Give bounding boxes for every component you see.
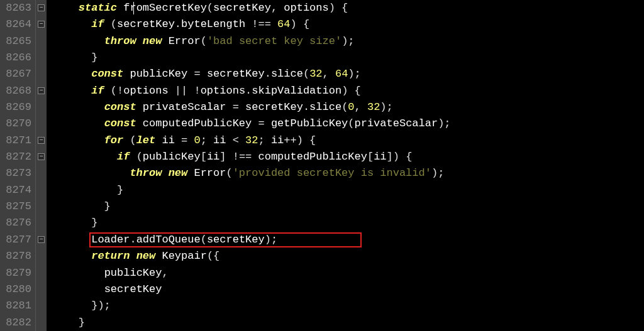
token-fn: Error [194,167,226,179]
token-id: options [284,2,328,14]
fold-marker-icon[interactable]: − [38,137,45,144]
token-kw: const [104,101,136,113]
token-op: = [175,134,194,146]
fold-marker-icon[interactable]: − [38,236,45,243]
token-fn: slice [271,68,303,80]
token-op: ] !== [219,151,258,163]
code-line[interactable]: const publicKey = secretKey.slice(32, 64… [47,66,644,82]
code-line[interactable]: const privateScalar = secretKey.slice(0,… [47,99,644,116]
code-line[interactable]: secretKey [47,281,644,298]
token-ws [53,18,91,30]
text-caret [133,2,134,14]
code-line[interactable]: publicKey, [47,265,644,281]
token-ws [155,250,162,262]
token-ws [117,2,123,14]
fold-column: −−−−−− [35,0,47,331]
token-id: publicKey [104,267,162,279]
token-ws [53,101,104,113]
token-kw: if [91,18,104,30]
code-line[interactable]: } [47,182,644,198]
token-pun: , [162,267,168,279]
code-line[interactable]: } [47,315,644,331]
token-pun: ( [201,35,207,47]
code-line[interactable]: static fromSecretKey(secretKey, options)… [47,0,644,16]
token-pun: ); [431,167,444,179]
token-kw: new [143,35,162,47]
token-pun: ( [123,134,136,146]
token-num: 0 [194,134,200,146]
token-num: 32 [367,101,380,113]
token-id: privateScalar [355,117,438,129]
line-number: 8282 [1,315,31,331]
token-pun: ); [348,68,360,80]
token-op: = [252,117,271,129]
token-id: secretKey [213,2,271,14]
token-pun: . [175,18,181,30]
token-pun: }); [53,300,111,312]
token-pun: [ [201,151,207,163]
token-id: secretKey [207,68,265,80]
code-line[interactable]: if (!options || !options.skipValidation)… [47,83,644,99]
line-number: 8281 [1,298,31,314]
token-id: ii [271,134,284,146]
line-number: 8275 [1,198,31,215]
code-line[interactable]: const computedPublicKey = getPublicKey(p… [47,116,644,132]
token-id: secretKey [245,101,303,113]
token-ws [53,68,91,80]
fold-marker-icon[interactable]: − [38,87,45,94]
line-number: 8263 [1,0,31,16]
token-id: publicKey [130,68,187,80]
line-number: 8271 [1,133,31,149]
token-id: skipValidation [252,85,341,97]
token-ws [53,167,130,179]
token-pun: ) { [329,2,348,14]
token-pun: . [130,234,136,246]
code-line[interactable]: } [47,50,644,66]
code-line[interactable]: return new Keypair({ [47,248,644,264]
code-line[interactable]: throw new Error('provided secretKey is i… [47,165,644,182]
fold-marker-icon[interactable]: − [38,4,45,11]
token-pun: . [245,85,252,97]
token-kw: if [117,151,130,163]
token-pun: ( [303,68,309,80]
code-line[interactable]: Loader.addToQueue(secretKey); [47,232,644,248]
token-ws [53,151,117,163]
code-line[interactable]: }); [47,298,644,314]
token-pun: ; [258,134,271,146]
code-line[interactable]: if (secretKey.byteLength !== 64) { [47,16,644,33]
code-area[interactable]: static fromSecretKey(secretKey, options)… [47,0,644,331]
fold-marker-icon[interactable]: − [38,153,45,160]
token-pun: (! [104,85,124,97]
code-line[interactable]: if (publicKey[ii] !== computedPublicKey[… [47,149,644,165]
code-line[interactable]: for (let ii = 0; ii < 32; ii++) { [47,133,644,149]
token-kw: new [136,250,156,262]
code-line[interactable]: } [47,215,644,231]
line-number: 8269 [1,99,31,116]
line-number: 8277 [1,232,31,248]
line-number: 8272 [1,149,31,165]
token-kw: const [104,117,136,129]
token-id: ii [162,134,174,146]
token-ws [53,234,91,246]
line-number: 8268 [1,83,31,99]
token-ws [136,101,143,113]
token-kw: new [169,167,188,179]
token-str: 'provided secretKey is invalid' [233,167,431,179]
token-kw: return [91,250,130,262]
token-ws [123,68,130,80]
token-pun: . [265,68,271,80]
line-number: 8279 [1,265,31,281]
token-pun: } [53,217,97,229]
token-id: byteLength [181,18,245,30]
token-pun: ); [380,101,392,113]
fold-marker-icon[interactable]: − [38,21,45,28]
line-number: 8274 [1,182,31,198]
code-line[interactable]: throw new Error('bad secret key size'); [47,33,644,50]
token-pun: ( [207,2,213,14]
token-ws [53,35,104,47]
token-id: options [201,85,245,97]
token-ws [53,283,104,295]
code-line[interactable]: } [47,198,644,215]
line-number: 8273 [1,165,31,182]
token-kw: const [91,68,123,80]
